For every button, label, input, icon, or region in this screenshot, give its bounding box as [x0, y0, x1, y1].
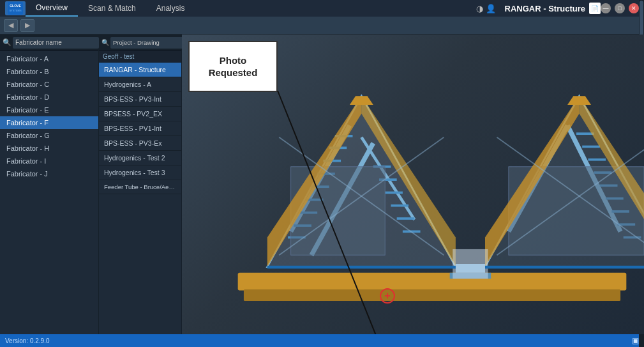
title-icons: ◑ 👤: [476, 4, 496, 13]
content-area: PhotoRequested: [182, 35, 644, 334]
crosshair-marker: [380, 288, 395, 304]
secondary-search-bar: 🔍 ✕ +: [99, 35, 181, 51]
title-bar: GLOVE SYSTEMS Overview Scan & Match Anal…: [0, 0, 644, 17]
glove-icon: GLOVE SYSTEMS: [8, 2, 23, 15]
svg-rect-55: [485, 266, 644, 269]
version-text: Version: 0.2.9.0: [5, 337, 50, 344]
svg-rect-5: [244, 289, 620, 301]
svg-text:SYSTEMS: SYSTEMS: [9, 9, 21, 12]
structure-title: RANGAR - Structure: [505, 4, 585, 13]
status-icon: ▣: [632, 336, 639, 345]
document-icon[interactable]: 📄: [589, 3, 601, 14]
sidebar-item-fab-e[interactable]: Fabricator - E: [0, 104, 98, 116]
svg-rect-54: [267, 266, 456, 269]
tab-scan-match[interactable]: Scan & Match: [78, 0, 146, 17]
logo-box: GLOVE SYSTEMS: [5, 1, 26, 15]
maximize-button[interactable]: □: [615, 3, 625, 13]
structure-3d-view: [220, 35, 644, 334]
sidebar-item-fab-i[interactable]: Fabricator - I: [0, 155, 98, 167]
secondary-item-bps-pv3int[interactable]: BPS-ESS - PV3-Int: [99, 92, 181, 107]
sidebar-search-input[interactable]: [13, 37, 99, 49]
viewport[interactable]: PhotoRequested: [182, 35, 644, 334]
secondary-item-feeder-tube[interactable]: Feeder Tube - Bruce/Aecon: [99, 180, 181, 194]
sidebar: 🔍 ✕ ⚙ Fabricator - A Fabricator - B Fabr…: [0, 35, 99, 334]
sidebar-item-fab-b[interactable]: Fabricator - B: [0, 65, 98, 78]
sidebar-search-bar: 🔍 ✕ ⚙: [0, 35, 98, 51]
secondary-item-hydrogenics-a[interactable]: Hydrogenics - A: [99, 77, 181, 92]
secondary-item-bpsess-pv2ex[interactable]: BPSESS - PV2_EX: [99, 107, 181, 121]
svg-rect-4: [238, 273, 627, 291]
svg-marker-48: [567, 96, 591, 105]
secondary-item-hydro-test3[interactable]: Hydrogenics - Test 3: [99, 166, 181, 180]
sidebar-search-icon: 🔍: [3, 38, 11, 47]
status-bar: Version: 0.2.9.0 ▣: [0, 334, 644, 347]
secondary-panel: 🔍 ✕ + Geoff - test RANGAR - Structure Hy…: [99, 35, 182, 334]
sidebar-item-fab-a[interactable]: Fabricator - A: [0, 52, 98, 65]
tab-analysis[interactable]: Analysis: [146, 0, 195, 17]
app-logo: GLOVE SYSTEMS: [5, 1, 26, 15]
secondary-item-hydro-test2[interactable]: Hydrogenics - Test 2: [99, 151, 181, 166]
svg-rect-53: [453, 249, 488, 279]
sidebar-item-fab-g[interactable]: Fabricator - G: [0, 129, 98, 142]
tab-overview[interactable]: Overview: [26, 0, 78, 17]
secondary-item-geoff[interactable]: Geoff - test: [99, 51, 181, 63]
sidebar-item-fab-c[interactable]: Fabricator - C: [0, 78, 98, 91]
sidebar-item-fab-f[interactable]: Fabricator - F: [0, 116, 98, 129]
secondary-search-icon: 🔍: [101, 39, 109, 46]
sidebar-item-fab-h[interactable]: Fabricator - H: [0, 142, 98, 155]
forward-arrow[interactable]: ▶: [20, 19, 34, 32]
photo-requested-text: PhotoRequested: [209, 54, 258, 79]
close-button[interactable]: ✕: [629, 3, 639, 13]
minimize-button[interactable]: —: [601, 3, 611, 13]
svg-text:GLOVE: GLOVE: [10, 4, 21, 8]
secondary-item-rangar[interactable]: RANGAR - Structure: [99, 63, 181, 77]
sidebar-item-fab-j[interactable]: Fabricator - J: [0, 167, 98, 180]
svg-marker-29: [350, 96, 373, 105]
secondary-list: Geoff - test RANGAR - Structure Hydrogen…: [99, 51, 181, 334]
photo-requested-box: PhotoRequested: [188, 41, 278, 92]
sidebar-list: Fabricator - A Fabricator - B Fabricator…: [0, 51, 98, 334]
main-layout: 🔍 ✕ ⚙ Fabricator - A Fabricator - B Fabr…: [0, 35, 644, 334]
title-right: ◑ 👤 RANGAR - Structure 📄: [476, 3, 601, 14]
sidebar-item-fab-d[interactable]: Fabricator - D: [0, 91, 98, 104]
secondary-item-bps-pv3ex[interactable]: BPS-ESS - PV3-Ex: [99, 136, 181, 151]
window-controls: — □ ✕: [601, 3, 639, 13]
nav-bar: ◀ ▶: [0, 17, 644, 35]
nav-tabs: Overview Scan & Match Analysis: [26, 0, 195, 17]
secondary-item-bps-pv1int[interactable]: BPS-ESS - PV1-Int: [99, 121, 181, 136]
back-arrow[interactable]: ◀: [4, 19, 18, 32]
